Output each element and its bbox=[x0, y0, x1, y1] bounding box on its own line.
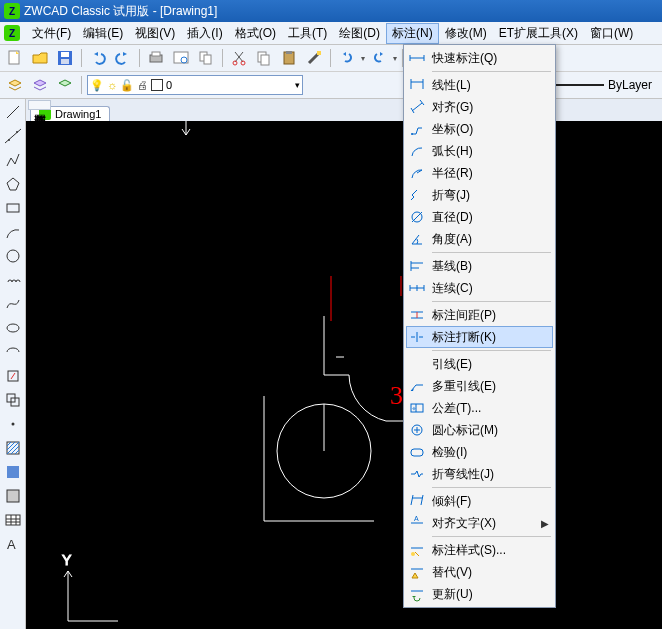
polyline-tool[interactable] bbox=[4, 151, 22, 169]
cut-button[interactable] bbox=[228, 47, 250, 69]
paste-button[interactable] bbox=[278, 47, 300, 69]
menu-ordinate[interactable]: 坐标(O) bbox=[406, 118, 553, 140]
ellipse-tool[interactable] bbox=[4, 319, 22, 337]
dimbreak-icon bbox=[408, 328, 426, 346]
gradient-tool[interactable] bbox=[4, 463, 22, 481]
menu-window[interactable]: 窗口(W) bbox=[584, 23, 639, 44]
menu-override[interactable]: 替代(V) bbox=[406, 561, 553, 583]
menu-etext[interactable]: ET扩展工具(X) bbox=[493, 23, 584, 44]
menu-angular[interactable]: 角度(A) bbox=[406, 228, 553, 250]
svg-rect-3 bbox=[61, 59, 69, 64]
color-swatch bbox=[151, 79, 163, 91]
menu-view[interactable]: 视图(V) bbox=[129, 23, 181, 44]
hatch-tool[interactable] bbox=[4, 439, 22, 457]
svg-rect-35 bbox=[7, 490, 19, 502]
menu-oblique[interactable]: 倾斜(F) bbox=[406, 490, 553, 512]
menu-jogged[interactable]: 折弯(J) bbox=[406, 184, 553, 206]
menu-modify[interactable]: 修改(M) bbox=[439, 23, 493, 44]
layer-combo[interactable]: 💡 ☼ 🔓 🖨 0 ▾ bbox=[87, 75, 303, 95]
ellipse-arc-tool[interactable] bbox=[4, 343, 22, 361]
aligntext-icon: A bbox=[408, 514, 426, 532]
layer-states-button[interactable] bbox=[29, 74, 51, 96]
redo-button[interactable] bbox=[112, 47, 134, 69]
mleader-icon bbox=[408, 377, 426, 395]
layer-name: 0 bbox=[166, 79, 172, 91]
menu-diameter[interactable]: 直径(D) bbox=[406, 206, 553, 228]
arc-tool[interactable] bbox=[4, 223, 22, 241]
menu-align-text[interactable]: A对齐文字(X)▶ bbox=[406, 512, 553, 534]
save-button[interactable] bbox=[54, 47, 76, 69]
menu-format[interactable]: 格式(O) bbox=[229, 23, 282, 44]
continue-icon bbox=[408, 279, 426, 297]
layer-properties-button[interactable] bbox=[4, 74, 26, 96]
matchprop-button[interactable] bbox=[303, 47, 325, 69]
drawing-canvas[interactable]: Y 30 bbox=[26, 121, 662, 629]
svg-line-21 bbox=[7, 106, 19, 118]
menu-center[interactable]: 圆心标记(M) bbox=[406, 419, 553, 441]
svg-rect-13 bbox=[261, 55, 269, 65]
undo-button[interactable] bbox=[87, 47, 109, 69]
update-icon bbox=[408, 585, 426, 603]
redo-drop-button[interactable] bbox=[368, 47, 390, 69]
menu-inspect[interactable]: 检验(I) bbox=[406, 441, 553, 463]
menu-aligned[interactable]: 对齐(G) bbox=[406, 96, 553, 118]
revcloud-tool[interactable] bbox=[4, 271, 22, 289]
menu-tools[interactable]: 工具(T) bbox=[282, 23, 333, 44]
chevron-down-icon[interactable]: ▾ bbox=[295, 80, 300, 90]
copy-button[interactable] bbox=[253, 47, 275, 69]
menu-insert[interactable]: 插入(I) bbox=[181, 23, 228, 44]
new-button[interactable] bbox=[4, 47, 26, 69]
radius-icon bbox=[408, 164, 426, 182]
menu-baseline[interactable]: 基线(B) bbox=[406, 255, 553, 277]
menu-continue[interactable]: 连续(C) bbox=[406, 277, 553, 299]
menu-draw[interactable]: 绘图(D) bbox=[333, 23, 386, 44]
table-tool[interactable] bbox=[4, 511, 22, 529]
svg-line-90 bbox=[421, 495, 423, 505]
publish-button[interactable] bbox=[195, 47, 217, 69]
workspace-tab[interactable]: 草图与注释 bbox=[28, 100, 51, 110]
menu-mleader[interactable]: 多重引线(E) bbox=[406, 375, 553, 397]
menu-leader[interactable]: 引线(E) bbox=[406, 353, 553, 375]
make-block-tool[interactable] bbox=[4, 391, 22, 409]
svg-rect-36 bbox=[6, 515, 20, 525]
preview-button[interactable] bbox=[170, 47, 192, 69]
plot-button[interactable] bbox=[145, 47, 167, 69]
menu-dim-break[interactable]: 标注打断(K) bbox=[406, 326, 553, 348]
point-tool[interactable] bbox=[4, 415, 22, 433]
layer-tool-button[interactable] bbox=[54, 74, 76, 96]
circle-tool[interactable] bbox=[4, 247, 22, 265]
region-tool[interactable] bbox=[4, 487, 22, 505]
app-icon: Z bbox=[4, 3, 20, 19]
svg-marker-25 bbox=[7, 178, 19, 190]
menu-update[interactable]: 更新(U) bbox=[406, 583, 553, 605]
menu-edit[interactable]: 编辑(E) bbox=[77, 23, 129, 44]
undo-drop-button[interactable] bbox=[336, 47, 358, 69]
construction-line-tool[interactable] bbox=[4, 127, 22, 145]
mtext-tool[interactable]: A bbox=[4, 535, 22, 553]
menu-dimension[interactable]: 标注(N) bbox=[386, 23, 439, 44]
line-tool[interactable] bbox=[4, 103, 22, 121]
center-icon bbox=[408, 421, 426, 439]
open-button[interactable] bbox=[29, 47, 51, 69]
menu-linear[interactable]: 线性(L) bbox=[406, 74, 553, 96]
menu-arc[interactable]: 弧长(H) bbox=[406, 140, 553, 162]
rectangle-tool[interactable] bbox=[4, 199, 22, 217]
menu-radius[interactable]: 半径(R) bbox=[406, 162, 553, 184]
window-title: ZWCAD Classic 试用版 - [Drawing1] bbox=[24, 3, 217, 20]
insert-block-tool[interactable] bbox=[4, 367, 22, 385]
menu-jogged-linear[interactable]: 折弯线性(J) bbox=[406, 463, 553, 485]
title-bar: Z ZWCAD Classic 试用版 - [Drawing1] bbox=[0, 0, 662, 22]
menu-dim-space[interactable]: 标注间距(P) bbox=[406, 304, 553, 326]
menu-dim-style[interactable]: 标注样式(S)... bbox=[406, 539, 553, 561]
tolerance-icon: ⌖ bbox=[408, 399, 426, 417]
sun-icon: ☼ bbox=[107, 79, 117, 91]
arc-icon bbox=[408, 142, 426, 160]
dropdown-arrow-icon[interactable]: ▾ bbox=[361, 54, 365, 63]
menu-file[interactable]: 文件(F) bbox=[26, 23, 77, 44]
spline-tool[interactable] bbox=[4, 295, 22, 313]
menu-tolerance[interactable]: ⌖公差(T)... bbox=[406, 397, 553, 419]
polygon-tool[interactable] bbox=[4, 175, 22, 193]
leader-icon bbox=[408, 355, 426, 373]
menu-quick-dim[interactable]: 快速标注(Q) bbox=[406, 47, 553, 69]
dropdown-arrow-icon[interactable]: ▾ bbox=[393, 54, 397, 63]
